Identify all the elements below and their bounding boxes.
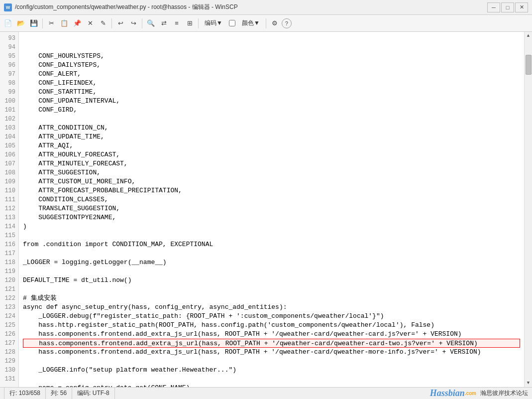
code-line: CONF_STARTTIME,	[23, 88, 520, 97]
main-area: 9394959697989910010110210310410510610710…	[0, 32, 532, 387]
undo-button[interactable]: ↩	[114, 17, 126, 29]
encoding-label: 编码▼	[205, 19, 222, 27]
code-line: async def async_setup_entry(hass, config…	[23, 303, 520, 312]
line-num: 107	[0, 159, 18, 168]
open-button[interactable]: 📂	[15, 17, 27, 29]
code-line	[23, 375, 520, 384]
scrollbar[interactable]: ▲ ▼	[524, 32, 532, 387]
code-area[interactable]: 9394959697989910010110210310410510610710…	[0, 32, 524, 387]
code-content[interactable]: CONF_HOURLYSTEPS, CONF_DAILYSTEPS, CONF_…	[19, 32, 524, 387]
code-line: CONF_GIRD,	[23, 106, 520, 115]
redo-button[interactable]: ↪	[127, 17, 139, 29]
code-line	[23, 285, 520, 294]
line-num: 109	[0, 177, 18, 186]
line-num: 104	[0, 133, 18, 141]
code-line: ATTR_MINUTELY_FORECAST,	[23, 159, 520, 168]
copy-button[interactable]: 📋	[58, 17, 70, 29]
line-num: 117	[0, 249, 18, 258]
code-line: TRANSLATE_SUGGESTION,	[23, 204, 520, 213]
close-button[interactable]: ✕	[515, 2, 528, 12]
code-line: CONF_DAILYSTEPS,	[23, 61, 520, 70]
code-container: 9394959697989910010110210310410510610710…	[0, 32, 524, 387]
rename-button[interactable]: ✎	[97, 17, 109, 29]
hassbian-logo: Hassbian .com	[430, 388, 476, 399]
status-bar: 行: 103/658 列: 56 编码: UTF-8 Hassbian .com…	[0, 387, 532, 399]
help-button[interactable]: ?	[282, 18, 292, 28]
checkbox-label[interactable]	[227, 20, 237, 26]
code-line: name = config_entry.data.get(CONF_NAME)	[23, 384, 520, 387]
line-num: 102	[0, 115, 18, 124]
code-line	[23, 231, 520, 240]
line-num: 123	[0, 303, 18, 312]
line-num: 124	[0, 312, 18, 321]
line-numbers: 9394959697989910010110210310410510610710…	[0, 32, 19, 387]
toolbar-separator-2	[111, 18, 112, 28]
code-line	[23, 115, 520, 124]
line-num: 121	[0, 285, 18, 294]
code-line	[23, 357, 520, 366]
hassbian-com-text: .com	[465, 391, 476, 396]
line-num: 106	[0, 150, 18, 159]
code-line	[23, 267, 520, 276]
cut-button[interactable]: ✂	[45, 17, 57, 29]
line-num: 100	[0, 97, 18, 106]
code-line: _LOGGER = logging.getLogger(__name__)	[23, 258, 520, 267]
code-line: CONF_UPDATE_INTERVAL,	[23, 97, 520, 106]
line-num: 101	[0, 106, 18, 115]
toolbar-separator-5	[266, 18, 266, 28]
settings-button[interactable]: ⚙	[269, 17, 281, 29]
code-line: ATTR_HOURLY_FORECAST,	[23, 150, 520, 159]
code-line: hass.components.frontend.add_extra_js_ur…	[23, 330, 520, 339]
scroll-down-arrow[interactable]: ▼	[525, 379, 532, 387]
save-button[interactable]: 💾	[28, 17, 40, 29]
line-num: 129	[0, 357, 18, 366]
col-text: 列: 56	[51, 389, 67, 398]
line-num: 131	[0, 375, 18, 384]
row-col-text: 行: 103/658	[9, 389, 40, 398]
line-num: 115	[0, 231, 18, 240]
line-num: 94	[0, 43, 18, 52]
line-num: 99	[0, 88, 18, 97]
window-controls: ─ □ ✕	[487, 2, 528, 12]
line-num: 114	[0, 222, 18, 231]
checkbox-input[interactable]	[229, 20, 235, 26]
minimize-button[interactable]: ─	[487, 2, 500, 12]
encoding-dropdown[interactable]: 编码▼	[201, 18, 226, 29]
code-line: _LOGGER.debug(f"register_static_path: {R…	[23, 312, 520, 321]
code-line: ATTR_SUGGESTION,	[23, 168, 520, 177]
encoding-text: 编码: UTF-8	[77, 389, 109, 398]
code-line: # 集成安装	[23, 294, 520, 303]
line-num: 128	[0, 348, 18, 357]
code-line: CONF_ALERT,	[23, 70, 520, 79]
maximize-button[interactable]: □	[501, 2, 514, 12]
delete-button[interactable]: ✕	[84, 17, 96, 29]
code-line: ATTR_CONDITION_CN,	[23, 124, 520, 133]
line-num: 105	[0, 141, 18, 150]
line-num: 111	[0, 195, 18, 204]
code-line: hass.http.register_static_path(ROOT_PATH…	[23, 321, 520, 330]
scroll-thumb[interactable]	[526, 55, 532, 75]
new-button[interactable]: 📄	[2, 17, 14, 29]
line-num: 112	[0, 204, 18, 213]
paste-button[interactable]: 📌	[71, 17, 83, 29]
replace-button[interactable]: ⇄	[158, 17, 170, 29]
compare-button[interactable]: ⊞	[184, 17, 196, 29]
line-num: 98	[0, 79, 18, 88]
scroll-up-arrow[interactable]: ▲	[525, 32, 532, 40]
code-line: ATTR_CUSTOM_UI_MORE_INFO,	[23, 177, 520, 186]
code-line: CONF_HOURLYSTEPS,	[23, 52, 520, 61]
line-num: 93	[0, 34, 18, 43]
line-num: 108	[0, 168, 18, 177]
code-line: DEFAULT_TIME = dt_util.now()	[23, 276, 520, 285]
line-num: 122	[0, 294, 18, 303]
find-button[interactable]: 🔍	[145, 17, 157, 29]
code-line: SUGGESTIONTPYE2NAME,	[23, 213, 520, 222]
status-row-col: 行: 103/658	[4, 388, 46, 399]
scroll-track[interactable]	[525, 40, 532, 379]
status-right: Hassbian .com 瀚思彼岸技术论坛	[430, 388, 528, 399]
code-line: hass.components.frontend.add_extra_js_ur…	[23, 348, 520, 357]
format-button[interactable]: ≡	[171, 17, 183, 29]
color-dropdown[interactable]: 颜色▼	[238, 18, 263, 29]
line-num: 125	[0, 321, 18, 330]
line-num: 96	[0, 61, 18, 70]
